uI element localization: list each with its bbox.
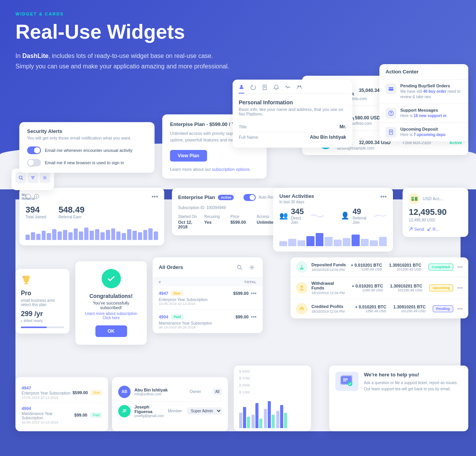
usd-sub: 12,495.90 USD bbox=[409, 218, 462, 222]
usd-receive-button[interactable]: R... bbox=[427, 227, 439, 231]
usd-icon: 💵 bbox=[409, 193, 420, 204]
transaction-status-2: Upcoming bbox=[429, 284, 453, 291]
question-icon bbox=[386, 108, 396, 119]
trophy-icon bbox=[21, 274, 64, 287]
orders-search-icon[interactable] bbox=[235, 263, 244, 272]
toggle-label-1: Email me whenever encounter unusual acti… bbox=[45, 148, 133, 153]
card-icon bbox=[386, 83, 396, 94]
help-title: We're here to help you! bbox=[364, 372, 462, 378]
trans-btc-in-2: + 0.010201 BTC bbox=[352, 284, 383, 288]
auto-renew-toggle[interactable] bbox=[243, 194, 256, 201]
transaction-row-2[interactable]: Withdrawal Funds 18/10/2019 12:04 PM + 0… bbox=[291, 277, 468, 299]
action-center-card: Action Center Pending Buy/Sell Orders We… bbox=[379, 64, 468, 141]
tab-activity[interactable] bbox=[285, 84, 291, 94]
settings-icon[interactable] bbox=[39, 172, 50, 183]
congrats-link[interactable]: Learn more about subscription Click here bbox=[82, 311, 141, 320]
member-role-1: Owner bbox=[190, 390, 209, 394]
referral-title: My Referral i bbox=[26, 194, 39, 199]
order-dates-1: 10-05-2019 10-13-2019 bbox=[159, 302, 257, 306]
referral-card: My Referral i ••• 394 Total Joined 548.4… bbox=[19, 188, 164, 245]
orders-col-num: # bbox=[159, 280, 161, 284]
transaction-menu-2[interactable]: ••• bbox=[457, 285, 463, 291]
order-row-2[interactable]: 4904 Paid $99.00 ••• Maintenance Year Su… bbox=[153, 310, 263, 333]
filter-icon[interactable] bbox=[27, 172, 38, 183]
security-title: Security Alerts bbox=[27, 128, 147, 134]
congratulations-card: Congratulations! You've successfully sub… bbox=[75, 261, 147, 345]
transaction-row-1[interactable]: Deposited Funds 18/10/2019 12:04 PM + 0.… bbox=[291, 257, 468, 277]
order-dates-2: 06-19-2019 06-26-2019 bbox=[159, 325, 257, 329]
trans-btc-total-3: 1.30910201 BTC bbox=[393, 305, 426, 309]
transactions-card: Deposited Funds 18/10/2019 12:04 PM + 0.… bbox=[291, 257, 468, 318]
order-price-2: $99.00 bbox=[236, 315, 249, 319]
member-name-1: Abu Bin Ishtiyak bbox=[134, 388, 186, 392]
view-plan-button[interactable]: View Plan bbox=[170, 150, 207, 162]
svg-point-24 bbox=[238, 265, 241, 269]
congrats-title: Congratulations! bbox=[82, 293, 141, 299]
trans-usd-total-3: 101290.49 USD bbox=[393, 309, 426, 313]
order-name-1: Enterprize Year Subscription bbox=[159, 298, 257, 302]
referral-menu[interactable]: ••• bbox=[151, 193, 158, 200]
usd-account-card: 💵 USD Acc... 12,495.90 12,495.90 USD Sen… bbox=[403, 188, 468, 237]
es-plan: Enterprise Plan Active bbox=[178, 194, 234, 200]
transaction-menu-3[interactable]: ••• bbox=[457, 306, 463, 312]
usd-label: USD Acc... bbox=[423, 196, 443, 201]
help-icon bbox=[335, 372, 359, 391]
tab-profile[interactable] bbox=[239, 84, 244, 94]
ac-item-orders[interactable]: Pending Buy/Sell Orders We have still 40… bbox=[379, 80, 468, 104]
member-email-2: josefig@gmail.com bbox=[134, 414, 164, 418]
ac-support-desc: Here is 18 new support m bbox=[400, 113, 462, 119]
activity-stat-direct: 👥 345 Direct Join bbox=[279, 207, 324, 225]
referral-chart bbox=[26, 225, 158, 240]
members-card: AB Abu Bin Ishtiyak info@softnio.com Own… bbox=[112, 377, 228, 431]
pic-title: Personal Information bbox=[239, 99, 346, 105]
pro-badge: Pro bbox=[21, 290, 64, 297]
member-access-1: All bbox=[213, 388, 222, 395]
invoice-num-1: 4947 bbox=[22, 386, 70, 390]
order-row-1[interactable]: 4947 Due $599.00 ••• Enterprize Year Sub… bbox=[153, 286, 263, 310]
invoice-name-1: Enterprize Year Subscription bbox=[22, 391, 70, 395]
transaction-row-3[interactable]: Credited Profits 18/10/2019 12:04 PM + 0… bbox=[291, 299, 468, 318]
chart-label-2: $ 3700 bbox=[239, 376, 250, 380]
activities-menu[interactable]: ••• bbox=[380, 193, 387, 200]
orders-settings-icon[interactable] bbox=[247, 263, 257, 272]
toggle-new-browser[interactable] bbox=[27, 159, 41, 167]
tab-refresh[interactable] bbox=[250, 84, 256, 94]
tab-team[interactable] bbox=[297, 84, 302, 94]
invoices-bottom-card: 4947 Enterprize Year Subscription 10-05-… bbox=[15, 377, 108, 431]
trans-usd-total-1: 101290.49 USD bbox=[389, 267, 422, 271]
transaction-status-1: Completed bbox=[428, 264, 454, 271]
svg-point-9 bbox=[391, 114, 391, 115]
ok-button[interactable]: OK bbox=[95, 325, 127, 337]
chart-label-3: $ 2500 bbox=[239, 383, 250, 387]
chart-label-4: $ 1300 bbox=[239, 390, 250, 394]
trans-title-1: Deposited Funds bbox=[311, 262, 347, 267]
tab-document[interactable] bbox=[262, 84, 267, 94]
svg-point-18 bbox=[44, 177, 46, 179]
member-access-select-2[interactable]: Super Admin Admin Member bbox=[187, 407, 222, 415]
orders-title: All Orders bbox=[159, 264, 183, 270]
credit-icon bbox=[296, 303, 308, 315]
order-menu-2[interactable]: ••• bbox=[251, 314, 257, 320]
success-check-icon bbox=[102, 269, 121, 288]
transaction-menu-1[interactable]: ••• bbox=[457, 264, 463, 270]
order-num-1: 4947 bbox=[159, 291, 168, 296]
search-icon[interactable] bbox=[15, 172, 26, 183]
ac-item-support[interactable]: Support Messages Here is 18 new support … bbox=[379, 104, 468, 123]
activities-chart bbox=[273, 228, 393, 252]
all-orders-card: All Orders # TOTAL 4947 bbox=[153, 257, 263, 333]
pic-field-fullname: Full Name Abu Bin Ishtiyak bbox=[239, 132, 346, 142]
usd-send-button[interactable]: Send bbox=[409, 227, 424, 231]
tab-bell[interactable] bbox=[274, 84, 279, 94]
ac-item-deposit[interactable]: Upcoming Deposit Here is 7 upcoming depo bbox=[379, 123, 468, 141]
svg-point-4 bbox=[298, 85, 299, 87]
pro-plan-card: Pro small business amn select this plan … bbox=[15, 269, 70, 333]
order-name-2: Maintenance Year Subscription bbox=[159, 321, 257, 325]
toggle-unusual-activity[interactable] bbox=[27, 146, 41, 154]
usd-amount: 12,495.90 bbox=[409, 207, 462, 217]
subscription-link[interactable]: subscription options. bbox=[212, 167, 251, 172]
document-icon bbox=[386, 127, 396, 138]
order-menu-1[interactable]: ••• bbox=[251, 290, 257, 296]
help-card: We're here to help you! Ask a question o… bbox=[329, 366, 468, 431]
svg-point-26 bbox=[251, 267, 253, 268]
trans-usd-in-3: 1290.49 USD bbox=[355, 309, 386, 313]
